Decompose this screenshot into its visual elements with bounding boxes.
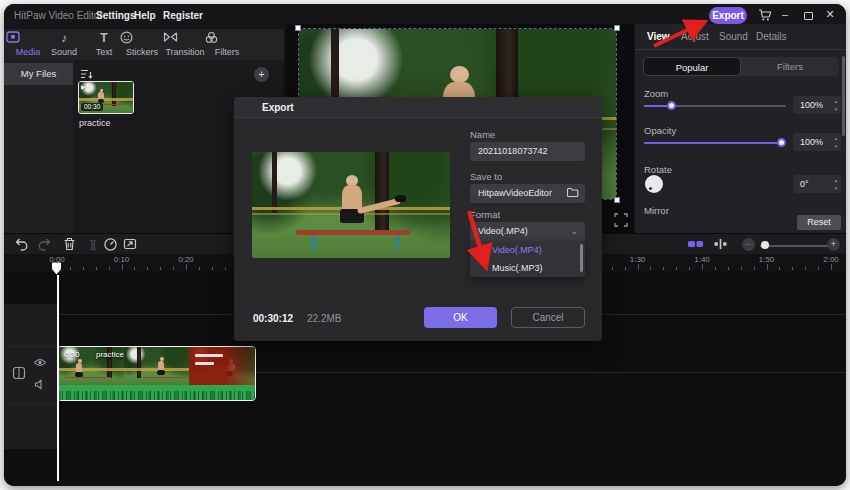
undo-icon[interactable] (14, 237, 30, 253)
rotate-value: 0° (800, 179, 809, 189)
ruler-tick-major (638, 264, 639, 270)
ruler-tick-minor (805, 267, 806, 270)
zoom-value-box[interactable]: 100% ▴ ▾ (793, 96, 841, 114)
properties-panel: View Adjust Sound Details Popular Filter… (635, 24, 846, 233)
name-input[interactable]: 20211018073742 (470, 142, 585, 161)
tab-stickers[interactable]: Stickers (120, 31, 164, 57)
export-button[interactable]: Export (709, 7, 747, 24)
tab-transition[interactable]: Transition (163, 31, 207, 57)
fullscreen-icon[interactable] (614, 213, 628, 227)
opacity-stepper-icon[interactable]: ▴ ▾ (834, 134, 837, 150)
rotate-value-box[interactable]: 0° ▴ ▾ (793, 175, 841, 193)
media-sidebar (4, 60, 73, 233)
transition-icon (163, 31, 207, 46)
format-option-video-mp4[interactable]: ✓ Video(.MP4) (470, 241, 585, 259)
timeline-zoom-slider[interactable] (760, 245, 828, 247)
segment-filters[interactable]: Filters (741, 57, 839, 76)
tab-filters[interactable]: Filters (205, 31, 249, 57)
clip-duration-label: 0:30 (64, 350, 80, 359)
track-mode-icon[interactable] (687, 237, 703, 253)
sort-icon[interactable] (80, 68, 94, 80)
ok-button[interactable]: OK (424, 307, 497, 328)
add-media-button[interactable]: + (254, 67, 269, 82)
name-label: Name (470, 129, 495, 140)
marker-icon[interactable] (713, 237, 729, 253)
ruler-label: 2:00 (823, 255, 839, 264)
playhead-line[interactable] (57, 275, 59, 481)
rotate-stepper-icon[interactable]: ▴ ▾ (834, 176, 837, 192)
menu-settings[interactable]: Settings (96, 10, 135, 21)
ruler-tick-major (122, 264, 123, 270)
export-dialog-titlebar: Export (234, 97, 602, 118)
selection-handle-bottom-right[interactable] (614, 197, 620, 203)
ribbon: Media ♪ Sound T Text Stickers Transition… (4, 29, 284, 60)
media-thumbnail-practice[interactable]: ▶ 00:30 (78, 81, 134, 114)
ruler-tick-major (831, 264, 832, 270)
split-icon[interactable]: ][ (85, 237, 101, 253)
timeline-zoom-out-icon[interactable]: − (742, 238, 755, 251)
canvas-resize-icon[interactable] (123, 237, 139, 253)
save-to-input[interactable]: HitpawVideoEditor (470, 184, 585, 203)
clip-title-frame (189, 347, 255, 387)
menu-help[interactable]: Help (134, 10, 156, 21)
format-select[interactable]: Video(.MP4) ⌄ (470, 222, 585, 241)
ruler-tick-minor (818, 267, 819, 270)
selection-handle-top-left[interactable] (295, 25, 301, 31)
playhead-handle[interactable] (51, 262, 62, 275)
close-button[interactable]: ✕ (822, 8, 838, 21)
tab-filters-label: Filters (205, 47, 249, 57)
track-mute-speaker-icon[interactable] (34, 379, 46, 390)
zoom-stepper-icon[interactable]: ▴ ▾ (834, 97, 837, 113)
panel-scrollbar[interactable] (842, 56, 845, 136)
timeline-clip-practice[interactable]: 0:30 practice (57, 346, 256, 401)
ruler-tick-minor (70, 267, 71, 270)
ruler-tick-minor (199, 267, 200, 270)
ruler-tick-minor (754, 267, 755, 270)
timeline-zoom-in-icon[interactable]: + (827, 238, 840, 251)
clip-audio-waveform (58, 385, 255, 400)
ruler-tick-minor (663, 267, 664, 270)
chevron-down-icon: ⌄ (570, 222, 578, 241)
opacity-label: Opacity (644, 125, 676, 136)
folder-icon[interactable] (566, 187, 579, 198)
rotate-label: Rotate (644, 164, 672, 175)
track-visibility-eye-icon[interactable] (33, 357, 47, 368)
dropdown-scrollbar[interactable] (580, 244, 583, 272)
check-icon: ✓ (476, 241, 484, 259)
maximize-button[interactable] (804, 12, 813, 20)
cart-icon[interactable] (758, 8, 772, 22)
segment-popular[interactable]: Popular (643, 57, 741, 76)
opacity-slider[interactable] (644, 142, 786, 144)
ruler-label: 0:20 (178, 255, 194, 264)
minimize-button[interactable]: – (777, 8, 793, 20)
cancel-button[interactable]: Cancel (511, 307, 585, 328)
ruler-tick-major (702, 264, 703, 270)
selection-handle-top-right[interactable] (614, 25, 620, 31)
tab-sound[interactable]: ♪ Sound (42, 31, 86, 57)
tab-details[interactable]: Details (756, 31, 787, 42)
music-note-icon: ♪ (42, 31, 86, 46)
reset-button[interactable]: Reset (797, 215, 841, 230)
tab-view[interactable]: View (647, 31, 670, 42)
save-to-value: HitpawVideoEditor (478, 188, 552, 198)
speed-icon[interactable] (103, 237, 119, 253)
clip-name-label: practice (96, 350, 124, 359)
redo-icon[interactable] (37, 237, 53, 253)
rotate-knob-dot (649, 187, 652, 190)
ruler-tick-minor (109, 267, 110, 270)
delete-icon[interactable] (63, 237, 79, 253)
tab-adjust[interactable]: Adjust (681, 31, 709, 42)
opacity-value-box[interactable]: 100% ▴ ▾ (793, 133, 841, 151)
ruler-tick-minor (212, 267, 213, 270)
export-duration: 00:30:12 (253, 313, 293, 324)
sidebar-item-my-files[interactable]: My Files (4, 63, 73, 85)
ruler-tick-major (186, 264, 187, 270)
format-option-music-mp3[interactable]: Music(.MP3) (470, 259, 585, 277)
menu-register[interactable]: Register (163, 10, 203, 21)
format-value: Video(.MP4) (478, 226, 528, 236)
timeline-zoom-knob[interactable] (761, 241, 769, 249)
rotate-knob[interactable] (645, 175, 663, 193)
zoom-slider[interactable] (644, 105, 786, 107)
tab-sound[interactable]: Sound (719, 31, 748, 42)
ruler-tick-major (767, 264, 768, 270)
